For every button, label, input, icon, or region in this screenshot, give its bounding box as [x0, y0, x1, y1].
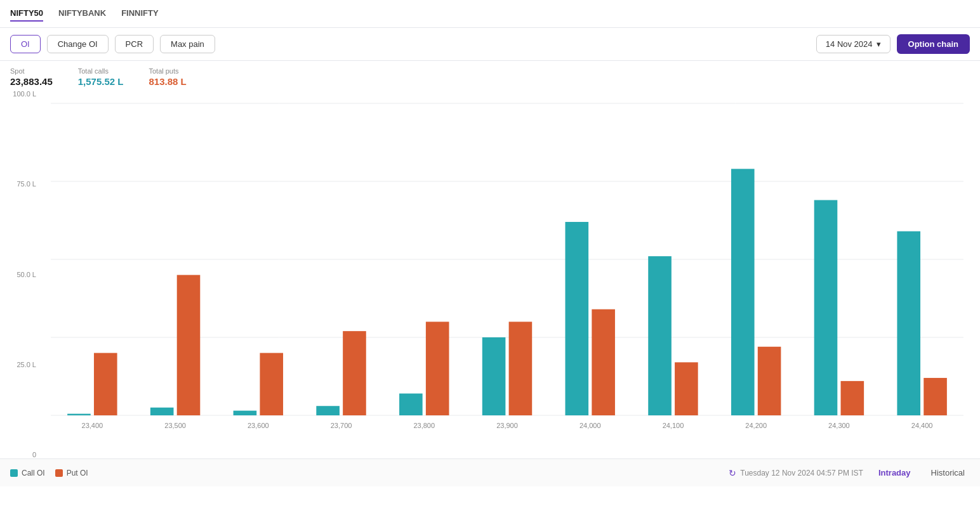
y-label-0: 0 [0, 451, 36, 458]
total-puts-stat: Total puts 813.88 L [149, 67, 186, 87]
spot-label: Spot [10, 67, 53, 75]
total-puts-label: Total puts [149, 67, 186, 75]
oi-button[interactable]: OI [10, 35, 41, 53]
put-oi-label: Put OI [67, 469, 88, 477]
call-oi-color [10, 469, 18, 477]
chevron-down-icon: ▾ [877, 39, 881, 49]
change-oi-button[interactable]: Change OI [47, 35, 109, 53]
y-label-50: 50.0 L [0, 271, 36, 278]
chart-area: 100.0 L 75.0 L 50.0 L 25.0 L 0 Spot pric… [0, 91, 980, 458]
toolbar: OI Change OI PCR Max pain 14 Nov 2024 ▾ … [0, 28, 980, 61]
call-oi-label: Call OI [22, 469, 45, 477]
refresh-info: ↻ Tuesday 12 Nov 2024 04:57 PM IST [729, 468, 863, 478]
spot-value: 23,883.45 [10, 76, 53, 87]
put-oi-color [55, 469, 63, 477]
tab-nifty50[interactable]: NIFTY50 [10, 6, 43, 22]
y-label-25: 25.0 L [0, 361, 36, 368]
total-calls-stat: Total calls 1,575.52 L [78, 67, 124, 87]
chart-inner: Spot price: 23,883.45 [44, 97, 970, 433]
put-oi-legend: Put OI [55, 469, 88, 477]
y-label-75: 75.0 L [0, 181, 36, 188]
refresh-time: Tuesday 12 Nov 2024 04:57 PM IST [740, 469, 863, 477]
footer: Call OI Put OI ↻ Tuesday 12 Nov 2024 04:… [0, 458, 980, 486]
historical-button[interactable]: Historical [926, 465, 970, 480]
pcr-button[interactable]: PCR [115, 35, 154, 53]
spot-stat: Spot 23,883.45 [10, 67, 53, 87]
top-tabs: NIFTY50 NIFTYBANK FINNIFTY [0, 0, 980, 28]
y-label-100: 100.0 L [0, 91, 36, 98]
total-calls-label: Total calls [78, 67, 124, 75]
option-chain-button[interactable]: Option chain [897, 34, 970, 54]
date-picker-button[interactable]: 14 Nov 2024 ▾ [816, 35, 891, 53]
date-label: 14 Nov 2024 [826, 39, 873, 49]
total-calls-value: 1,575.52 L [78, 76, 124, 87]
tab-finnifty[interactable]: FINNIFTY [121, 6, 159, 22]
tab-niftybank[interactable]: NIFTYBANK [58, 6, 106, 22]
y-axis: 100.0 L 75.0 L 50.0 L 25.0 L 0 [0, 91, 41, 458]
intraday-button[interactable]: Intraday [873, 465, 916, 480]
refresh-icon: ↻ [729, 468, 736, 478]
total-puts-value: 813.88 L [149, 76, 186, 87]
max-pain-button[interactable]: Max pain [160, 35, 215, 53]
stats-bar: Spot 23,883.45 Total calls 1,575.52 L To… [0, 61, 980, 91]
call-oi-legend: Call OI [10, 469, 45, 477]
